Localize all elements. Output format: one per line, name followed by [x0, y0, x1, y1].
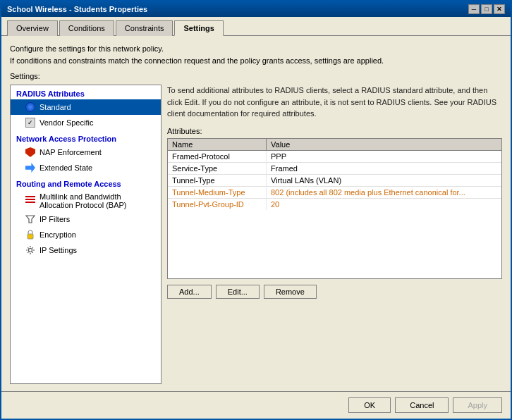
nav-item-extended-state[interactable]: Extended State [11, 160, 161, 175]
nav-item-multilink-label: Multilink and Bandwidth Allocation Proto… [39, 192, 155, 209]
header-name: Name [168, 139, 267, 150]
footer: OK Cancel Apply [1, 391, 511, 419]
nav-item-encryption[interactable]: Encryption [11, 227, 161, 242]
nav-item-ip-filters-label: IP Filters [39, 215, 70, 223]
table-row[interactable]: Tunnel-Medium-Type 802 (includes all 802… [168, 187, 501, 199]
attr-value-4: 20 [267, 199, 284, 210]
title-bar-buttons: ─ □ ✕ [468, 4, 505, 14]
add-button[interactable]: Add... [167, 285, 212, 299]
nav-item-ip-filters[interactable]: IP Filters [11, 211, 161, 227]
nav-item-multilink[interactable]: Multilink and Bandwidth Allocation Proto… [11, 190, 161, 211]
attr-name-1: Service-Type [168, 163, 267, 174]
nav-item-standard[interactable]: Standard [11, 99, 161, 115]
svg-marker-0 [26, 216, 35, 223]
content-area: Configure the settings for this network … [1, 36, 511, 391]
table-row[interactable]: Tunnel-Type Virtual LANs (VLAN) [168, 175, 501, 187]
apply-button[interactable]: Apply [453, 397, 502, 413]
check-icon: ✓ [25, 117, 36, 128]
attr-value-0: PPP [267, 151, 291, 162]
attr-value-2: Virtual LANs (VLAN) [267, 175, 346, 186]
header-value: Value [267, 139, 501, 150]
nav-item-encryption-label: Encryption [39, 230, 76, 239]
tabs-bar: Overview Conditions Constraints Settings [1, 17, 511, 36]
gear-icon [25, 245, 36, 256]
attr-name-2: Tunnel-Type [168, 175, 267, 186]
multilink-icon [25, 194, 36, 205]
title-bar: School Wireless - Students Properties ─ … [1, 1, 511, 17]
remove-button[interactable]: Remove [264, 285, 317, 299]
attr-value-3: 802 (includes all 802 media plus Etherne… [267, 187, 470, 198]
settings-body: RADIUS Attributes Standard ✓ Vendor Spec… [10, 85, 502, 384]
main-window: School Wireless - Students Properties ─ … [0, 0, 512, 420]
edit-button[interactable]: Edit... [216, 285, 260, 299]
nav-item-nap-enforcement[interactable]: NAP Enforcement [11, 144, 161, 160]
right-description: To send additional attributes to RADIUS … [167, 85, 502, 120]
table-row[interactable]: Tunnel-Pvt-Group-ID 20 [168, 199, 501, 210]
globe-icon [25, 101, 36, 113]
maximize-button[interactable]: □ [481, 4, 492, 14]
table-row[interactable]: Framed-Protocol PPP [168, 151, 501, 163]
section-header-nap: Network Access Protection [11, 130, 161, 144]
svg-point-2 [29, 249, 32, 252]
tab-settings[interactable]: Settings [174, 20, 223, 36]
close-button[interactable]: ✕ [494, 4, 505, 14]
nav-item-ip-settings[interactable]: IP Settings [11, 242, 161, 258]
attr-value-1: Framed [267, 163, 302, 174]
filter-icon [25, 214, 36, 225]
attributes-label: Attributes: [167, 127, 502, 135]
section-header-routing: Routing and Remote Access [11, 175, 161, 190]
lock-icon [25, 229, 36, 240]
settings-label: Settings: [10, 72, 502, 80]
description-line1: Configure the settings for this network … [10, 43, 502, 55]
nav-item-vendor-label: Vendor Specific [39, 118, 93, 127]
description-line2: If conditions and constraints match the … [10, 55, 502, 67]
attr-name-3: Tunnel-Medium-Type [168, 187, 267, 198]
minimize-button[interactable]: ─ [468, 4, 480, 14]
tab-overview[interactable]: Overview [7, 20, 58, 36]
nav-item-ip-settings-label: IP Settings [39, 246, 77, 254]
description: Configure the settings for this network … [10, 43, 502, 66]
tab-conditions[interactable]: Conditions [59, 20, 114, 36]
table-buttons: Add... Edit... Remove [167, 285, 502, 299]
ok-button[interactable]: OK [348, 397, 391, 413]
nav-item-extended-label: Extended State [39, 163, 92, 172]
left-panel: RADIUS Attributes Standard ✓ Vendor Spec… [10, 85, 161, 384]
arrow-icon [25, 162, 36, 173]
window-title: School Wireless - Students Properties [7, 5, 147, 13]
attr-name-0: Framed-Protocol [168, 151, 267, 162]
nav-item-nap-label: NAP Enforcement [39, 148, 102, 156]
nav-item-vendor-specific[interactable]: ✓ Vendor Specific [11, 115, 161, 130]
tab-constraints[interactable]: Constraints [116, 20, 173, 36]
shield-icon [25, 147, 36, 158]
table-row[interactable]: Service-Type Framed [168, 163, 501, 175]
right-panel: To send additional attributes to RADIUS … [167, 85, 502, 384]
nav-item-standard-label: Standard [39, 103, 71, 111]
attributes-table: Name Value Framed-Protocol PPP Service-T… [167, 138, 502, 279]
table-header: Name Value [168, 139, 501, 151]
cancel-button[interactable]: Cancel [395, 397, 449, 413]
attr-name-4: Tunnel-Pvt-Group-ID [168, 199, 267, 210]
section-header-radius: RADIUS Attributes [11, 85, 161, 99]
svg-rect-1 [28, 234, 33, 239]
